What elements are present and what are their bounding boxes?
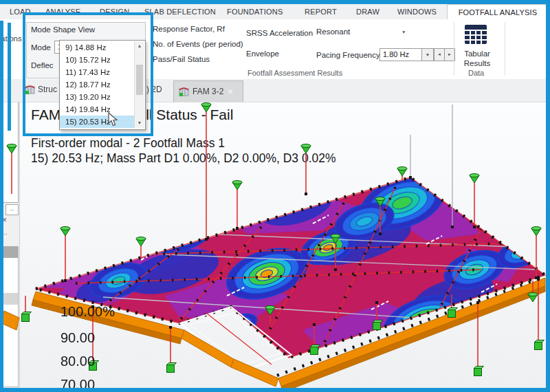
legend-label: 100.00% [60, 304, 115, 320]
tabular-results-icon[interactable] [462, 24, 490, 46]
events-per-period-button[interactable]: No. of Events (per period) [153, 40, 243, 48]
legend-label: 90.00 [60, 330, 95, 346]
resonant-caret-icon[interactable]: ▼ [402, 30, 406, 34]
panel-more-button[interactable]: ‥ [6, 204, 19, 215]
pacing-frequency-input[interactable]: 1.80 Hz [380, 48, 424, 61]
pacing-dropdown-button[interactable]: ▼ [421, 48, 434, 61]
annotation-frame-bottom [0, 388, 550, 392]
application-window: LOAD ANALYSE DESIGN SLAB DEFLECTION FOUN… [0, 0, 550, 392]
ribbon-clipped-label: ations [1, 34, 22, 43]
menu-tab-report[interactable]: REPORT [305, 4, 337, 19]
tab-close-icon[interactable]: × [228, 81, 233, 102]
resonant-select[interactable]: Resonant [316, 28, 350, 36]
ribbon-separator [505, 22, 505, 76]
view-subtitle-1: First-order modal - 2 Footfall Mass 1 [31, 136, 225, 151]
pass-fail-status-button[interactable]: Pass/Fail Status [153, 55, 210, 63]
ribbon-separator [454, 22, 454, 76]
menu-tab-foundations[interactable]: FOUNDATIONS [227, 4, 283, 19]
view-title-suffix: ll Status - Fail [146, 107, 233, 123]
tab-fam-3-2-label: FAM 3-2 [192, 81, 223, 102]
annotation-frame-right [546, 0, 550, 392]
response-factor-button[interactable]: Response Factor, Rf [153, 25, 225, 33]
view-subtitle-2: 15) 20.53 Hz; Mass Part D1 0.00%, D2 0.0… [31, 151, 336, 166]
annotation-frame-top [0, 0, 550, 4]
pacing-frequency-label: Pacing Frequency [316, 51, 380, 59]
group-label-footfall-assessment-results: Footfall Assessment Results [248, 69, 342, 77]
pacing-prev-button[interactable]: ◄ [434, 48, 445, 61]
tabular-results-button-line2[interactable]: Results [462, 59, 492, 67]
tabular-results-button[interactable]: Tabular [462, 50, 492, 58]
tab-fam-3-2[interactable]: FAM 3-2 × [173, 80, 243, 102]
annotation-highlight-box [23, 12, 153, 136]
group-label-data: Data [468, 69, 484, 77]
fam-tab-icon [179, 87, 190, 97]
menu-tab-footfall-analysis[interactable]: FOOTFALL ANALYSIS [447, 4, 549, 20]
annotation-frame-left [0, 21, 3, 392]
menu-tab-draw[interactable]: DRAW [356, 4, 380, 19]
annotation-line [8, 23, 11, 131]
srss-acceleration-button[interactable]: SRSS Acceleration [246, 29, 313, 37]
menu-tab-slab-deflection[interactable]: SLAB DEFLECTION [144, 4, 216, 19]
menu-tab-windows[interactable]: WINDOWS [397, 4, 437, 19]
legend-label: 80.00 [60, 353, 95, 369]
envelope-button[interactable]: Envelope [246, 50, 279, 58]
